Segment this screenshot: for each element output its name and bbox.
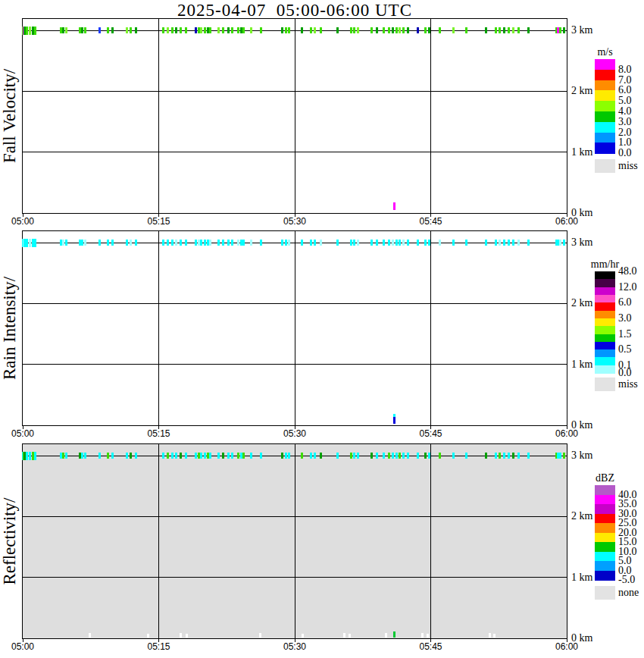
echo-mark [395, 27, 398, 33]
echo-mark [135, 27, 137, 33]
time-gridline [295, 19, 295, 213]
echo-mark [135, 240, 137, 246]
echo-mark [79, 27, 81, 33]
echo-mark [517, 27, 520, 33]
x-tick-label: 05:00 [4, 428, 42, 439]
echo-mark [281, 27, 283, 33]
colorbar-segment [595, 365, 615, 374]
low-level-mark [421, 633, 424, 638]
echo-mark [383, 240, 385, 246]
time-gridline [158, 19, 159, 213]
echo-mark [29, 27, 31, 35]
colorbar-segment [595, 514, 615, 524]
echo-mark [465, 240, 467, 246]
colorbar-missing-label: miss [618, 378, 644, 390]
colorbar-segment [595, 357, 615, 365]
colorbar-tick-label: 12.0 [618, 281, 644, 293]
echo-mark [81, 453, 83, 459]
echo-mark [207, 453, 209, 459]
echo-mark [320, 240, 322, 246]
echo-mark [407, 27, 409, 33]
echo-mark [217, 453, 220, 459]
colorbar-tick-label: 0.0 [618, 147, 644, 159]
ylabel-reflectivity: Reflectivity/ [0, 428, 20, 655]
echo-mark [185, 240, 187, 246]
echo-mark [499, 27, 501, 33]
colorbar-tick-label: -5.0 [618, 574, 644, 586]
colorbar-segment [595, 326, 615, 334]
echo-mark [399, 27, 401, 33]
echo-mark [527, 453, 530, 459]
colorbar-segment [595, 485, 615, 495]
echo-mark [350, 453, 352, 459]
echo-mark [65, 240, 67, 246]
echo-mark [288, 453, 290, 459]
x-tick-label: 05:45 [412, 216, 450, 227]
echo-mark [503, 453, 505, 459]
echo-mark [209, 453, 211, 459]
echo-mark [130, 240, 132, 246]
altitude-gridline [23, 364, 567, 365]
echo-mark [388, 27, 390, 33]
echo-mark [135, 453, 137, 459]
echo-mark [314, 240, 316, 246]
echo-mark [392, 453, 394, 459]
altitude-tick-label: 0 km [571, 632, 605, 644]
echo-mark [439, 453, 441, 459]
echo-mark [81, 240, 83, 246]
time-gridline [295, 444, 295, 638]
echo-mark [175, 27, 177, 33]
echo-mark [559, 240, 561, 246]
echo-mark [34, 239, 36, 247]
echo-mark [167, 27, 169, 33]
echo-mark [260, 453, 262, 459]
echo-mark [383, 453, 385, 459]
echo-mark [452, 27, 455, 33]
echo-mark [353, 27, 355, 33]
echo-mark [417, 240, 419, 246]
echo-mark [180, 453, 182, 459]
echo-mark [424, 240, 427, 246]
echo-mark [370, 240, 373, 246]
echo-mark [563, 240, 565, 246]
colorbar-tick-label: 6.0 [618, 296, 644, 309]
echo-mark [485, 453, 487, 459]
echo-mark [402, 27, 405, 33]
colorbar-tick-label: 1.5 [618, 328, 644, 340]
colorbar-segment [595, 523, 615, 533]
echo-mark [60, 27, 62, 33]
colorbar-segment [595, 101, 615, 111]
echo-mark [288, 27, 290, 33]
echo-mark [162, 453, 164, 459]
echo-mark [310, 240, 312, 246]
colorbar-segment [595, 504, 615, 514]
echo-mark [508, 27, 510, 33]
echo-mark [204, 453, 206, 459]
echo-mark [395, 240, 398, 246]
x-tick-label: 05:00 [4, 216, 42, 227]
echo-mark [26, 239, 28, 247]
echo-mark [357, 27, 359, 33]
echo-mark [428, 240, 430, 246]
colorbar-segment [595, 295, 615, 303]
colorbar-unit-ms: m/s [576, 46, 634, 58]
echo-mark [162, 240, 164, 246]
echo-mark [207, 27, 209, 33]
echo-mark [32, 452, 34, 460]
colorbar-unit-dbz: dBZ [576, 472, 634, 484]
low-level-mark [259, 633, 261, 638]
echo-mark [171, 453, 174, 459]
colorbar-segment [595, 59, 615, 70]
altitude-gridline [23, 303, 567, 304]
echo-mark [195, 27, 197, 33]
colorbar-segment [595, 334, 615, 343]
echo-mark [180, 240, 182, 246]
echo-mark [495, 27, 497, 33]
colorbar-segment [595, 279, 615, 287]
altitude-tick-label: 0 km [571, 419, 605, 431]
echo-mark [242, 453, 245, 459]
colorbar-tick-label: 0.5 [618, 343, 644, 356]
altitude-tick-label: 3 km [571, 24, 605, 36]
echo-mark [314, 453, 316, 459]
echo-mark [81, 27, 83, 33]
